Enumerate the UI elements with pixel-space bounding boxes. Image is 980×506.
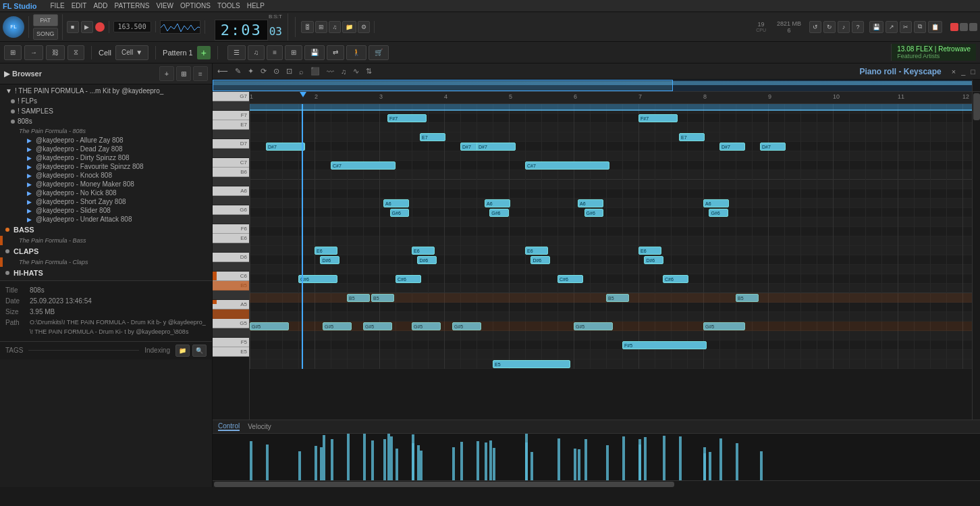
note-block-22[interactable]: D#6	[417, 256, 437, 264]
play-btn[interactable]: ▶	[81, 21, 93, 33]
bpm-display[interactable]: 163.500	[113, 21, 151, 32]
piano-tool-btn[interactable]: ♫	[248, 45, 265, 60]
velocity-bar-12[interactable]	[390, 436, 393, 480]
menu-file[interactable]: FILE	[51, 2, 65, 9]
step-seq-btn[interactable]: ⊞	[315, 21, 327, 33]
note-block-39[interactable]: G#5	[452, 322, 481, 330]
piano-key-C#7[interactable]	[213, 149, 249, 158]
pr-close-btn[interactable]: ×	[950, 65, 958, 78]
note-block-41[interactable]: G#5	[703, 322, 745, 330]
velocity-bar-31[interactable]	[347, 434, 350, 480]
nav-right-btn[interactable]: →	[24, 45, 43, 60]
mixer-slot-btn[interactable]: ⊞	[285, 45, 302, 60]
sample-item-3[interactable]: ▶ @kaydeepro - Favourite Spinzz 808	[0, 162, 212, 171]
menu-add[interactable]: ADD	[93, 2, 107, 9]
velocity-bar-30[interactable]	[663, 436, 665, 480]
sample-item-2[interactable]: ▶ @kaydeepro - Dirty Spinzz 808	[0, 153, 212, 162]
note-block-23[interactable]: E6	[525, 247, 548, 255]
velocity-bar-13[interactable]	[485, 442, 487, 480]
sample-item-1[interactable]: ▶ @kaydeepro - Dead Zay 808	[0, 145, 212, 153]
pr-mute-btn[interactable]: ⊙	[271, 65, 281, 78]
note-block-13[interactable]: A6	[485, 199, 510, 207]
browse-folder-btn[interactable]: 📁	[175, 345, 190, 357]
note-block-27[interactable]: C#6	[298, 275, 337, 283]
note-block-43[interactable]: E5	[493, 360, 570, 368]
velocity-bar-16[interactable]	[584, 439, 587, 480]
link-btn[interactable]: ⛓	[46, 45, 65, 60]
velocity-bar-25[interactable]	[638, 439, 641, 480]
note-block-33[interactable]: B5	[606, 294, 629, 302]
piano-key-F#5[interactable]	[213, 328, 249, 338]
sample-item-5[interactable]: ▶ @kaydeepro - Money Maker 808	[0, 180, 212, 188]
pr-vertical-scrollbar[interactable]	[972, 92, 980, 420]
browser-add-btn[interactable]: +	[159, 66, 174, 81]
note-block-8[interactable]: D#7	[760, 143, 786, 151]
note-block-38[interactable]: G#5	[412, 322, 441, 330]
undo-btn[interactable]: ↺	[809, 21, 821, 33]
export-btn[interactable]: ↗	[886, 21, 898, 33]
velocity-bar-36[interactable]	[323, 435, 325, 480]
copy-btn[interactable]: ⧉	[914, 21, 926, 33]
control-tab[interactable]: Control	[218, 422, 240, 431]
piano-key-F#6[interactable]	[213, 215, 249, 224]
note-block-1[interactable]: F#7	[638, 114, 678, 122]
note-block-16[interactable]: G#6	[584, 209, 604, 217]
note-block-9[interactable]: C#7	[331, 161, 396, 170]
piano-key-G#5[interactable]	[213, 309, 249, 319]
velocity-bar-7[interactable]	[719, 438, 722, 480]
velocity-bar-39[interactable]	[452, 447, 455, 480]
cut-btn[interactable]: ✂	[900, 21, 912, 33]
velocity-bar-23[interactable]	[525, 442, 528, 480]
velocity-bar-33[interactable]	[606, 445, 609, 480]
note-block-26[interactable]: D#6	[644, 256, 663, 264]
velocity-bar-42[interactable]	[622, 436, 625, 480]
note-block-30[interactable]: C#6	[663, 275, 688, 283]
pr-pencil-btn[interactable]: ✎	[233, 65, 243, 78]
save-pat-btn[interactable]: 💾	[304, 45, 325, 60]
piano-key-F#7[interactable]	[213, 101, 249, 111]
note-block-4[interactable]: D#7	[266, 143, 305, 151]
808s-folder-item[interactable]: 808s	[0, 116, 212, 126]
note-grid[interactable]: F#7F#7E7E7D#7D#7D#7D#7D#7C#7C#7A6G#6A6G#…	[250, 104, 972, 369]
piano-key-D6[interactable]: D6	[213, 253, 249, 262]
velocity-bar-8[interactable]	[760, 451, 763, 480]
note-block-14[interactable]: G#6	[489, 209, 509, 217]
velocity-bar-15[interactable]	[578, 449, 580, 480]
velocity-bar-18[interactable]	[709, 452, 711, 480]
piano-key-E5[interactable]: E5	[213, 347, 249, 357]
help-icon-btn[interactable]: ?	[852, 21, 864, 33]
velocity-bar-28[interactable]	[396, 449, 398, 480]
menu-help[interactable]: HELP	[247, 2, 265, 9]
sample-item-9[interactable]: ▶ @kaydeepro - Under Attack 808	[0, 215, 212, 224]
piano-key-C#6[interactable]	[213, 262, 249, 272]
song-mode-btn[interactable]: SONG	[33, 28, 58, 40]
note-grid-wrapper[interactable]: F#7F#7E7E7D#7D#7D#7D#7D#7C#7C#7A6G#6A6G#…	[250, 104, 972, 369]
pr-magnet-btn[interactable]: ✦	[246, 65, 256, 78]
note-block-19[interactable]: E6	[315, 247, 337, 255]
eq-btn[interactable]: ≡	[267, 45, 283, 60]
pr-grid-container[interactable]: 12345678910111213 F#7F#7E7E7D#7D#7D#7D#7…	[250, 92, 972, 420]
velocity-bar-43[interactable]	[493, 448, 495, 480]
scrollbar-thumb-v[interactable]	[973, 93, 980, 120]
velocity-bar-32[interactable]	[371, 440, 374, 480]
step-seq-view-btn[interactable]: ⊞	[4, 45, 22, 60]
mini-view-bar[interactable]	[213, 80, 980, 92]
velocity-bar-34[interactable]	[736, 443, 738, 480]
note-block-15[interactable]: A6	[578, 199, 603, 207]
velocity-bar-26[interactable]	[644, 437, 647, 480]
velocity-bar-2[interactable]	[420, 451, 423, 481]
menu-view[interactable]: VIEW	[156, 2, 173, 9]
note-block-28[interactable]: C#6	[396, 275, 421, 283]
redo-btn[interactable]: ↻	[823, 21, 836, 33]
save-btn[interactable]: 💾	[869, 21, 883, 33]
piano-key-G7[interactable]: G7	[213, 92, 249, 101]
piano-key-G#6[interactable]	[213, 196, 249, 205]
velocity-bar-5[interactable]	[460, 442, 463, 480]
sample-item-8[interactable]: ▶ @kaydeepro - Slider 808	[0, 206, 212, 215]
piano-key-A6[interactable]: A6	[213, 186, 249, 196]
note-block-40[interactable]: G#5	[574, 322, 613, 330]
velocity-bar-14[interactable]	[489, 440, 492, 480]
velocity-bar-35[interactable]	[250, 441, 252, 480]
note-block-32[interactable]: B5	[371, 294, 394, 302]
piano-key-F6[interactable]: F6	[213, 224, 249, 234]
